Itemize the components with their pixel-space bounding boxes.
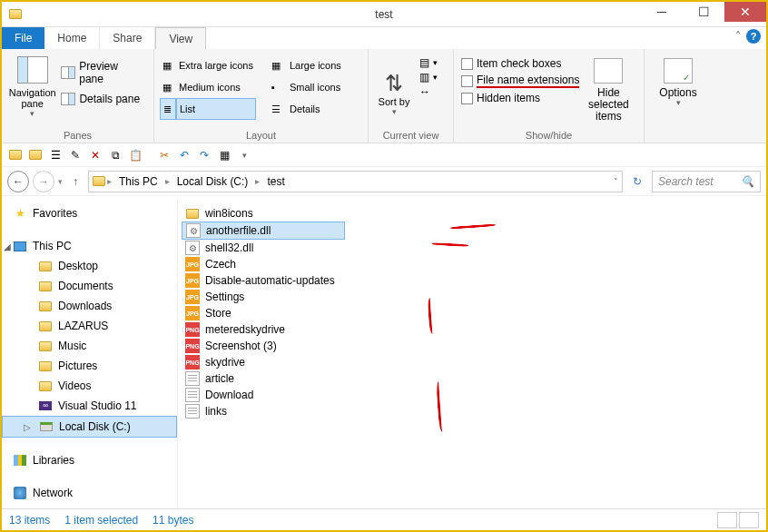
file-row[interactable]: win8icons <box>182 205 345 222</box>
dropdown-icon[interactable]: ▾ <box>236 147 252 163</box>
file-row[interactable]: PNGmeteredskydrive <box>182 321 345 338</box>
minimize-button[interactable]: ─ <box>641 2 683 22</box>
tree-libraries[interactable]: Libraries <box>2 450 177 470</box>
preview-pane-button[interactable]: Preview pane <box>59 56 146 89</box>
ribbon-tabs: File Home Share View ˄ ? <box>2 27 766 49</box>
back-button[interactable]: ← <box>7 171 29 192</box>
breadcrumb[interactable]: ▸ This PC▸ Local Disk (C:)▸ test ˅ <box>88 171 623 192</box>
view-tab[interactable]: View <box>155 27 206 49</box>
options-button[interactable]: Options ▾ <box>650 53 706 139</box>
file-row[interactable]: shell32.dll <box>182 240 345 256</box>
file-row[interactable]: article <box>182 370 345 387</box>
crumb-folder[interactable]: test <box>261 175 290 188</box>
file-name: skydrive <box>205 356 245 369</box>
rename-icon[interactable]: ✎ <box>67 147 84 163</box>
minimize-ribbon-icon[interactable]: ˄ <box>735 30 741 43</box>
help-icon[interactable]: ? <box>746 29 761 44</box>
status-bar: 13 items 1 item selected 11 bytes <box>2 508 766 530</box>
hide-selected-button[interactable]: Hide selected items <box>579 53 637 128</box>
tree-item[interactable]: ∞Visual Studio 11 <box>2 396 177 416</box>
refresh-button[interactable]: ↻ <box>626 175 648 188</box>
maximize-button[interactable]: ☐ <box>683 2 724 22</box>
file-name-extensions-toggle[interactable]: File name extensions <box>461 73 579 89</box>
large-icons[interactable]: Large icons <box>287 54 344 76</box>
home-tab[interactable]: Home <box>44 27 100 49</box>
tree-item[interactable]: Desktop <box>2 256 177 276</box>
open-icon[interactable] <box>27 147 44 163</box>
details-pane-button[interactable]: Details pane <box>59 89 146 109</box>
breadcrumb-dropdown[interactable]: ˅ <box>614 177 618 186</box>
up-button[interactable]: ↑ <box>66 175 84 188</box>
cut-icon[interactable]: ✂ <box>156 147 172 163</box>
file-row[interactable]: JPGCzech <box>182 256 345 272</box>
crumb-this-pc[interactable]: This PC <box>113 175 163 188</box>
view-details-button[interactable] <box>717 512 737 528</box>
size-columns-button[interactable]: ↔ <box>419 85 438 98</box>
close-button[interactable]: ✕ <box>724 2 766 22</box>
window-title: test <box>375 8 392 21</box>
tree-item[interactable]: Pictures <box>2 356 177 376</box>
file-row[interactable]: JPGStore <box>182 305 345 321</box>
list-view[interactable]: List <box>176 98 256 120</box>
share-tab[interactable]: Share <box>100 27 155 49</box>
view-icons-button[interactable] <box>739 512 759 528</box>
file-list[interactable]: win8iconsanotherfile.dllshell32.dllJPGCz… <box>178 200 766 508</box>
file-name: Screenshot (3) <box>205 340 277 352</box>
file-row[interactable]: Download <box>182 387 345 403</box>
tree-network[interactable]: Network <box>2 483 177 503</box>
file-row[interactable]: PNGskydrive <box>182 354 345 370</box>
file-row[interactable]: JPGSettings <box>182 289 345 305</box>
file-name: links <box>205 405 227 418</box>
item-checkboxes-toggle[interactable]: Item check boxes <box>461 56 579 71</box>
tree-item[interactable]: Documents <box>2 276 177 296</box>
group-by-button[interactable]: ▤▾ <box>419 56 438 69</box>
file-name: Settings <box>205 291 244 303</box>
redo-icon[interactable]: ↷ <box>196 147 212 163</box>
search-box[interactable]: Search test 🔍 <box>652 171 761 192</box>
file-row[interactable]: anotherfile.dll <box>182 222 345 240</box>
tree-item[interactable]: Music <box>2 336 177 356</box>
file-row[interactable]: PNGScreenshot (3) <box>182 338 345 354</box>
tree-item[interactable]: Downloads <box>2 296 177 316</box>
tree-item[interactable]: LAZARUS <box>2 316 177 336</box>
copy-icon[interactable]: ⧉ <box>107 147 123 163</box>
details-view[interactable]: Details <box>287 98 344 120</box>
small-icons[interactable]: Small icons <box>287 76 344 98</box>
file-name: meteredskydrive <box>205 323 285 336</box>
tree-item[interactable]: Videos <box>2 376 177 396</box>
details-view-icon[interactable]: ☰ <box>269 98 287 120</box>
new-folder-icon[interactable] <box>7 147 24 163</box>
medium-icons[interactable]: Medium icons <box>176 76 256 98</box>
file-tab[interactable]: File <box>2 27 44 49</box>
small-icons-icon[interactable]: ▪ <box>269 76 287 98</box>
show-hide-group-label: Show/hide <box>459 128 638 141</box>
quick-access-toolbar: ☰ ✎ ✕ ⧉ 📋 ✂ ↶ ↷ ▦ ▾ <box>2 143 766 167</box>
file-row[interactable]: links <box>182 403 345 419</box>
medium-icons-icon[interactable]: ▦ <box>160 76 176 98</box>
status-selected: 1 item selected <box>64 514 138 527</box>
paste-icon[interactable]: 📋 <box>127 147 143 163</box>
navigation-pane-button[interactable]: Navigation pane ▾ <box>7 53 57 128</box>
forward-button[interactable]: → <box>33 171 54 192</box>
undo-icon[interactable]: ↶ <box>176 147 192 163</box>
add-columns-button[interactable]: ▥▾ <box>419 71 438 84</box>
properties-icon[interactable]: ☰ <box>47 147 64 163</box>
file-row[interactable]: JPGDisable-automatic-updates <box>182 272 345 289</box>
tree-item[interactable]: ▷Local Disk (C:) <box>2 416 177 438</box>
select-all-icon[interactable]: ▦ <box>216 147 232 163</box>
layout-group-label: Layout <box>160 128 362 141</box>
hidden-items-toggle[interactable]: Hidden items <box>461 91 579 105</box>
sort-by-button[interactable]: ⇅ Sort by ▾ <box>374 53 414 128</box>
tree-favorites[interactable]: ★Favorites <box>2 203 177 223</box>
list-view-icon[interactable]: ≣ <box>160 98 176 120</box>
crumb-drive[interactable]: Local Disk (C:) <box>172 175 254 188</box>
ribbon: Navigation pane ▾ Preview pane Details p… <box>2 49 766 143</box>
recent-dropdown[interactable]: ▾ <box>58 177 63 186</box>
file-name: shell32.dll <box>205 241 253 254</box>
delete-icon[interactable]: ✕ <box>87 147 103 163</box>
large-icons-icon[interactable]: ▦ <box>269 54 287 76</box>
tree-this-pc[interactable]: ◢This PC <box>2 236 177 256</box>
extra-large-icons[interactable]: Extra large icons <box>176 54 256 76</box>
extra-large-icons-icon[interactable]: ▦ <box>160 54 176 76</box>
navigation-tree[interactable]: ★Favorites ◢This PC DesktopDocumentsDown… <box>2 200 178 508</box>
